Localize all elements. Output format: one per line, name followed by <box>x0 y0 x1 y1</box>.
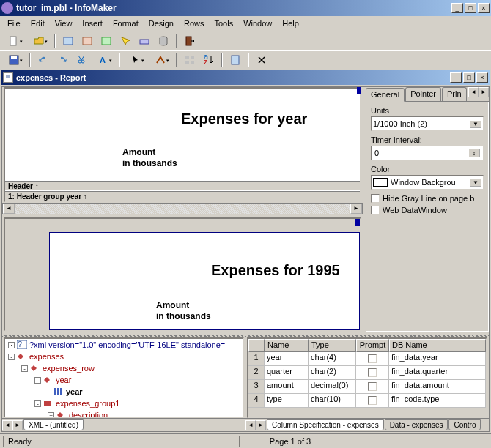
menu-design[interactable]: Design <box>144 18 178 29</box>
tree-node-year-tag[interactable]: year <box>56 376 71 384</box>
save-button[interactable] <box>3 52 25 68</box>
table-row[interactable]: 3 amount decimal(0) fin_data.amount <box>248 380 486 394</box>
menu-tools[interactable]: Tools <box>210 18 237 29</box>
tool-icon-5[interactable] <box>136 33 152 49</box>
tree-collapse-icon[interactable]: - <box>21 365 28 372</box>
doc-minimize-button[interactable]: _ <box>450 72 462 83</box>
menu-format[interactable]: Format <box>108 18 143 29</box>
tree-collapse-icon[interactable]: - <box>34 400 41 407</box>
minimize-button[interactable]: _ <box>451 3 463 13</box>
design-pane[interactable]: Expenses for year Amount in thousands He… <box>4 87 361 203</box>
menu-help[interactable]: Help <box>278 18 303 29</box>
new-button[interactable] <box>3 33 25 49</box>
menu-window[interactable]: Window <box>239 18 276 29</box>
svg-text:?: ? <box>18 340 22 348</box>
splitter-marker-2[interactable] <box>355 219 360 226</box>
tree-node-expenses-row[interactable]: expenses_row <box>43 364 95 373</box>
sort-az-button[interactable]: az <box>201 52 217 68</box>
grid-button[interactable] <box>182 52 198 68</box>
prompt-checkbox[interactable] <box>356 394 389 408</box>
tabstrip-right[interactable]: ► <box>12 420 23 430</box>
tool-icon-3[interactable] <box>98 33 114 49</box>
tool-icon-4[interactable] <box>117 33 133 49</box>
tree-node-expenses[interactable]: expenses <box>29 352 64 361</box>
table-row[interactable]: 1 year char(4) fin_data.year <box>248 352 486 366</box>
tab-data[interactable]: Data - expenses <box>385 419 448 430</box>
color-select[interactable]: Window Backgrou <box>371 175 484 190</box>
hide-gray-checkbox[interactable]: Hide Gray Line on page b <box>371 194 484 203</box>
tree-node-xml-decl[interactable]: ?xml version="1.0" encoding="UTF-16LE" s… <box>29 340 225 349</box>
tree-node-description[interactable]: description <box>69 411 108 418</box>
tree-expand-icon[interactable]: + <box>48 412 54 419</box>
database-icon[interactable] <box>155 33 171 49</box>
tree-collapse-icon[interactable]: - <box>34 377 41 384</box>
tab-general[interactable]: General <box>366 88 405 102</box>
tab-colspec[interactable]: Column Specification - expenses <box>267 419 384 430</box>
preview-pane[interactable]: Expenses for 1995 Amount in thousands <box>4 217 361 332</box>
report-title-field[interactable]: Expenses for year <box>181 111 307 127</box>
amount-label-1[interactable]: Amount <box>122 147 155 157</box>
close-doc-button[interactable] <box>254 52 270 68</box>
maximize-button[interactable]: □ <box>465 3 476 13</box>
tree-expand-icon[interactable]: · <box>8 342 15 348</box>
xml-tree[interactable]: ·??xml version="1.0" encoding="UTF-16LE"… <box>4 337 244 418</box>
tool-icon-1[interactable] <box>60 33 76 49</box>
group-band[interactable]: 1: Header group year ↑ <box>5 191 360 201</box>
tool-button-2[interactable] <box>149 52 171 68</box>
tabstrip-left[interactable]: ◄ <box>246 420 256 430</box>
svg-rect-10 <box>185 56 189 59</box>
prompt-checkbox[interactable] <box>356 380 389 394</box>
tree-node-group1[interactable]: expenses_group1 <box>56 399 119 408</box>
close-button[interactable]: × <box>478 3 490 13</box>
doc-maximize-button[interactable]: □ <box>463 72 475 83</box>
tree-node-year-col[interactable]: year <box>66 387 83 396</box>
menu-rows[interactable]: Rows <box>180 18 209 29</box>
prompt-checkbox[interactable] <box>356 366 389 380</box>
table-row[interactable]: 4 type char(10) fin_code.type <box>248 394 486 408</box>
col-header-prompt[interactable]: Prompt <box>356 339 389 352</box>
col-header-type[interactable]: Type <box>309 339 356 352</box>
select-button[interactable] <box>125 52 147 68</box>
col-header-dbname[interactable]: DB Name <box>389 339 486 352</box>
colspec-header: Name Type Prompt DB Name <box>248 339 486 352</box>
svg-rect-25 <box>44 401 51 406</box>
header-band[interactable]: Header ↑ <box>5 181 360 191</box>
undo-button[interactable] <box>35 52 51 68</box>
web-dw-checkbox[interactable]: Web DataWindow <box>371 206 484 214</box>
tab-xml[interactable]: XML - (untitled) <box>23 419 84 430</box>
menu-edit[interactable]: Edit <box>26 18 49 29</box>
open-button[interactable] <box>28 33 50 49</box>
amount-label-2[interactable]: in thousands <box>122 158 177 168</box>
timer-input[interactable]: 0 <box>371 146 484 160</box>
prompt-checkbox[interactable] <box>356 352 389 366</box>
tree-collapse-icon[interactable]: - <box>8 354 15 360</box>
column-spec-panel: Name Type Prompt DB Name 1 year char(4) … <box>247 337 487 418</box>
units-select[interactable]: 1/1000 Inch (2) <box>371 116 484 131</box>
font-button[interactable]: A <box>92 52 114 68</box>
redo-button[interactable] <box>54 52 70 68</box>
tab-pointer[interactable]: Pointer <box>405 87 441 101</box>
tabstrip-left[interactable]: ◄ <box>2 420 12 430</box>
tab-scroll-right[interactable]: ► <box>479 87 489 97</box>
tab-print[interactable]: Prin <box>442 87 467 101</box>
doc-close-button[interactable]: × <box>476 72 488 83</box>
timer-label: Timer Interval: <box>371 135 484 144</box>
svg-text:A: A <box>100 56 106 64</box>
cut-button[interactable] <box>73 52 89 68</box>
menu-view[interactable]: View <box>51 18 77 29</box>
tabstrip-right[interactable]: ► <box>256 420 266 430</box>
col-header-name[interactable]: Name <box>265 339 309 352</box>
tool-icon-2[interactable] <box>79 33 95 49</box>
tab-scroll-left[interactable]: ◄ <box>468 87 479 97</box>
menu-file[interactable]: File <box>3 18 25 29</box>
splitter-marker[interactable] <box>357 87 361 94</box>
design-hscroll[interactable]: ◄ ► <box>2 203 363 214</box>
tab-control[interactable]: Contro <box>448 419 481 430</box>
scroll-right-button[interactable]: ► <box>350 204 362 214</box>
scroll-left-button[interactable]: ◄ <box>3 204 15 214</box>
exit-icon[interactable] <box>182 33 198 49</box>
menu-insert[interactable]: Insert <box>78 18 107 29</box>
doc-title: expenses - Report <box>16 73 450 82</box>
table-row[interactable]: 2 quarter char(2) fin_data.quarter <box>248 366 486 380</box>
page-button[interactable] <box>227 52 243 68</box>
